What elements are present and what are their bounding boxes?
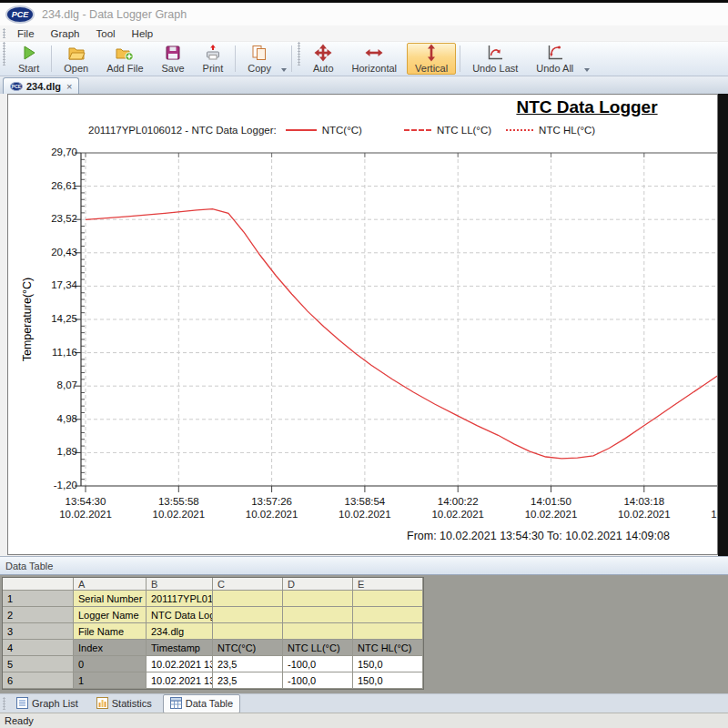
table-header-row: ABCDE <box>3 578 423 591</box>
document-tab[interactable]: PCE 234.dlg × <box>3 77 79 94</box>
y-tick-label: -1,20 <box>35 480 77 492</box>
table-cell[interactable] <box>213 607 283 623</box>
table-cell[interactable] <box>283 623 353 640</box>
toolbar-grip-icon <box>3 28 5 39</box>
toolbar-overflow-icon[interactable] <box>582 42 591 76</box>
app-window: { "window": { "title": "234.dlg - Data L… <box>0 0 728 728</box>
y-tick-label: 14,25 <box>35 313 77 326</box>
table-cell[interactable] <box>283 607 353 623</box>
status-text: Ready <box>5 715 34 726</box>
menu-tool[interactable]: Tool <box>88 26 124 41</box>
menu-graph[interactable]: Graph <box>43 26 88 41</box>
table-cell[interactable]: D <box>283 578 353 591</box>
table-cell[interactable]: -100,0 <box>283 656 353 672</box>
horizontal-zoom-button[interactable]: Horizontal <box>344 43 406 75</box>
table-cell[interactable]: C <box>213 578 283 591</box>
table-cell[interactable]: 201117YPL010... <box>147 591 213 607</box>
table-cell[interactable]: 3 <box>3 623 74 640</box>
auto-zoom-button[interactable]: Auto <box>305 43 342 75</box>
toolbar-overflow-icon[interactable] <box>280 42 288 76</box>
tab-data-table[interactable]: Data Table <box>163 694 240 713</box>
time-range-label: From: 10.02.2021 13:54:30 To: 10.02.2021… <box>407 530 670 542</box>
chart-plot[interactable] <box>8 95 718 554</box>
add-file-button[interactable]: Add File <box>98 43 151 75</box>
toolbar-separator <box>235 46 236 72</box>
tab-graph-list[interactable]: Graph List <box>9 694 86 713</box>
x-tick-label: 13:58:5410.02.2021 <box>329 495 401 521</box>
save-button[interactable]: Save <box>154 43 193 75</box>
table-cell[interactable]: 1 <box>74 672 147 689</box>
undo-last-button[interactable]: Undo Last <box>464 43 526 75</box>
table-cell[interactable]: NTC Data Logger <box>147 607 213 623</box>
table-cell[interactable]: NTC HL(°C) <box>353 640 423 656</box>
table-cell[interactable]: NTC(°C) <box>213 640 283 656</box>
table-cell[interactable]: 23,5 <box>213 656 283 672</box>
arrows-vertical-icon <box>422 44 440 62</box>
start-button[interactable]: Start <box>10 43 47 75</box>
copy-button[interactable]: Copy <box>239 43 279 75</box>
table-cell[interactable]: Logger Name <box>74 607 147 623</box>
table-cell[interactable]: 4 <box>3 640 74 656</box>
toolbar-separator <box>51 46 52 72</box>
table-cell[interactable]: 6 <box>3 672 74 689</box>
table-cell[interactable]: E <box>353 578 423 591</box>
print-button[interactable]: Print <box>195 43 232 75</box>
table-cell[interactable] <box>213 623 283 640</box>
document-tab-bar: PCE 234.dlg × <box>0 76 728 94</box>
open-button[interactable]: Open <box>56 43 96 75</box>
table-cell[interactable]: A <box>74 578 147 591</box>
menu-file[interactable]: File <box>9 26 43 41</box>
toolbar-button-label: Auto <box>313 63 334 74</box>
table-cell[interactable]: 150,0 <box>353 656 423 672</box>
table-cell[interactable] <box>3 578 74 591</box>
document-tab-label: 234.dlg <box>26 81 61 92</box>
bottom-tab-label: Statistics <box>112 698 152 709</box>
table-cell[interactable] <box>353 607 423 623</box>
table-cell[interactable]: 234.dlg <box>147 623 213 640</box>
bottom-tab-bar: Graph List Statistics Data Table <box>0 693 728 713</box>
data-table: ABCDE1Serial Number201117YPL010...2Logge… <box>2 577 424 690</box>
y-tick-label: 23,52 <box>35 213 77 226</box>
tab-statistics[interactable]: Statistics <box>89 694 159 713</box>
y-tick-label: 29,70 <box>35 147 77 159</box>
table-cell[interactable] <box>353 623 423 640</box>
undo-all-button[interactable]: Undo All <box>528 43 581 75</box>
y-tick-label: 1,89 <box>35 446 77 459</box>
table-cell[interactable]: 5 <box>3 656 74 672</box>
table-row: 4IndexTimestampNTC(°C)NTC LL(°C)NTC HL(°… <box>3 640 423 656</box>
table-cell[interactable]: Index <box>74 640 147 656</box>
table-cell[interactable]: NTC LL(°C) <box>283 640 353 656</box>
table-cell[interactable]: 10.02.2021 13:... <box>147 672 213 689</box>
close-icon[interactable]: × <box>66 81 72 92</box>
table-cell[interactable]: File Name <box>74 623 147 640</box>
table-cell[interactable] <box>283 591 353 607</box>
toolbar-grip-icon <box>3 42 5 66</box>
table-cell[interactable]: 2 <box>3 607 74 623</box>
table-cell[interactable]: 0 <box>74 656 147 672</box>
y-tick-label: 26,61 <box>35 180 77 193</box>
table-cell[interactable]: Timestamp <box>147 640 213 656</box>
copy-icon <box>250 44 268 62</box>
table-cell[interactable] <box>213 591 283 607</box>
table-cell[interactable]: 1 <box>3 591 74 607</box>
arrows-all-icon <box>314 44 332 62</box>
title-bar: PCE 234.dlg - Data Logger Graph <box>0 3 728 25</box>
x-tick-label: 13:54:3010.02.2021 <box>49 495 122 521</box>
x-tick-label: 14:03:1810.02.2021 <box>608 495 681 521</box>
x-tick-label: 13:55:5810.02.2021 <box>142 495 215 521</box>
table-cell[interactable]: 23,5 <box>213 672 283 689</box>
table-cell[interactable]: B <box>147 578 213 591</box>
add-file-icon <box>116 44 134 62</box>
statistics-icon <box>96 697 108 711</box>
vertical-zoom-button[interactable]: Vertical <box>407 43 456 75</box>
table-cell[interactable]: Serial Number <box>74 591 147 607</box>
table-cell[interactable] <box>353 591 423 607</box>
table-row: 6110.02.2021 13:...23,5-100,0150,0 <box>3 672 423 689</box>
menu-help[interactable]: Help <box>124 26 162 41</box>
toolbar-separator <box>291 46 292 72</box>
table-cell[interactable]: -100,0 <box>283 672 353 689</box>
table-cell[interactable]: 150,0 <box>353 672 423 689</box>
table-cell[interactable]: 10.02.2021 13:... <box>147 656 213 672</box>
bottom-tab-label: Graph List <box>32 698 78 709</box>
data-table-panel-title: Data Table <box>5 561 53 571</box>
